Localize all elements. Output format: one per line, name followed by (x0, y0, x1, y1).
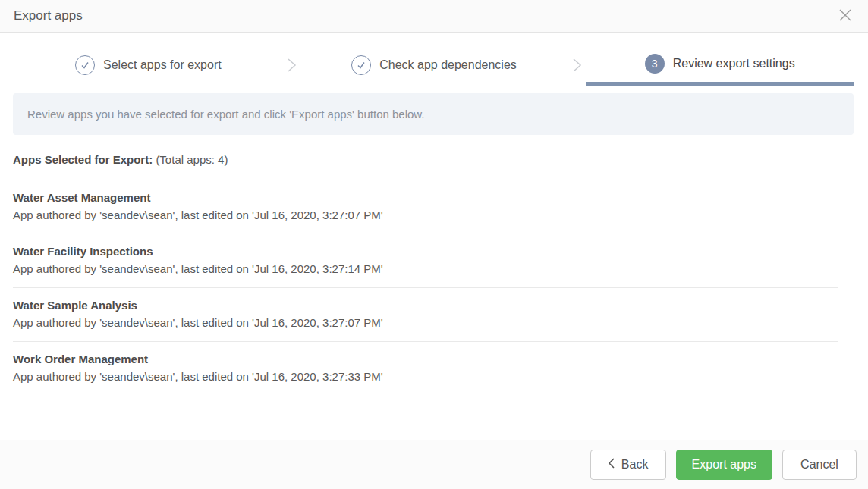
export-apps-button[interactable]: Export apps (676, 450, 772, 480)
chevron-right-icon (568, 45, 586, 86)
chevron-left-icon (608, 457, 615, 472)
step-complete-check-icon (351, 55, 371, 75)
summary-total-count: (Total apps: 4) (156, 153, 228, 166)
app-list-item: Water Facility Inspections App authored … (0, 234, 868, 287)
export-apps-button-label: Export apps (692, 458, 756, 472)
cancel-button-label: Cancel (800, 458, 838, 472)
step-check-app-dependencies[interactable]: Check app dependencies (300, 45, 568, 86)
step-label: Review export settings (673, 57, 795, 71)
step-select-apps-for-export[interactable]: Select apps for export (14, 45, 282, 86)
back-button[interactable]: Back (590, 450, 666, 480)
dialog-title: Export apps (14, 8, 83, 24)
app-list: Water Asset Management App authored by '… (0, 180, 868, 395)
app-list-item: Water Sample Analysis App authored by 's… (0, 288, 868, 341)
info-banner-text: Review apps you have selected for export… (27, 108, 425, 121)
app-list-item: Work Order Management App authored by 's… (0, 342, 868, 395)
step-label: Check app dependencies (379, 58, 517, 72)
app-details: App authored by 'seandev\sean', last edi… (13, 314, 838, 331)
app-details: App authored by 'seandev\sean', last edi… (13, 206, 838, 224)
chevron-right-icon (282, 45, 300, 86)
dialog-footer: Back Export apps Cancel (0, 440, 868, 489)
cancel-button[interactable]: Cancel (782, 450, 857, 480)
app-details: App authored by 'seandev\sean', last edi… (13, 368, 838, 385)
step-review-export-settings[interactable]: 3 Review export settings (586, 45, 854, 86)
step-number-badge: 3 (645, 54, 665, 74)
step-label: Select apps for export (103, 58, 222, 72)
summary-heading: Apps Selected for Export: (13, 153, 153, 166)
info-banner: Review apps you have selected for export… (13, 93, 854, 135)
back-button-label: Back (621, 458, 649, 472)
app-name: Water Asset Management (13, 189, 838, 206)
app-details: App authored by 'seandev\sean', last edi… (13, 260, 838, 277)
app-name: Water Facility Inspections (13, 243, 838, 260)
stepper: Select apps for export Check app depende… (0, 45, 868, 86)
app-name: Water Sample Analysis (13, 296, 838, 314)
dialog-header: Export apps (0, 0, 868, 33)
step-complete-check-icon (75, 55, 95, 75)
close-button[interactable] (836, 7, 854, 25)
close-icon (837, 7, 854, 26)
apps-selected-summary: Apps Selected for Export: (Total apps: 4… (13, 153, 854, 166)
app-name: Work Order Management (13, 350, 838, 368)
app-list-item: Water Asset Management App authored by '… (0, 180, 868, 234)
